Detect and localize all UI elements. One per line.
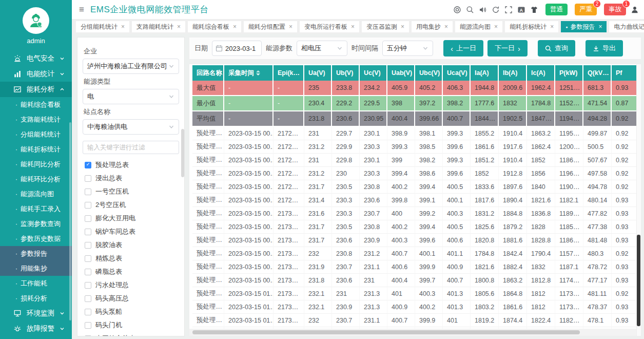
company-select[interactable]: 泸州中海粮油工业有限公司 bbox=[83, 59, 179, 74]
tab-close-icon[interactable]: × bbox=[233, 23, 237, 30]
table-row[interactable]: 预处理…2023-03-15 01…2173…232230.7231.1400.… bbox=[192, 314, 639, 327]
menu-group-电能统计[interactable]: 电能统计 bbox=[0, 66, 72, 82]
query-button[interactable]: 查询 bbox=[538, 40, 575, 56]
menu-group-环境监测[interactable]: 环境监测 bbox=[0, 306, 72, 321]
table-row[interactable]: 预处理…2023-03-15 00…2173…232230.8231.2400.… bbox=[192, 247, 639, 260]
tab-close-icon[interactable]: × bbox=[444, 23, 448, 30]
user-icon[interactable] bbox=[631, 6, 639, 14]
checkbox[interactable] bbox=[85, 295, 91, 302]
sort-caret-icon[interactable] bbox=[256, 70, 260, 76]
table-row[interactable]: 预处理…2023-03-15 00…2173…231.9230.7231.140… bbox=[192, 260, 639, 274]
circuit-item-2号空压机[interactable]: 2号空压机 bbox=[83, 198, 179, 212]
circuit-item-浸出总表[interactable]: 浸出总表 bbox=[83, 172, 179, 185]
tab-close-icon[interactable]: × bbox=[494, 23, 498, 30]
table-row[interactable]: 预处理…2023-03-15 00…2172…231.7230.5230.840… bbox=[192, 180, 639, 194]
table-row[interactable]: 预处理…2023-03-15 00…2172…231.2229.9230.339… bbox=[192, 140, 639, 154]
next-day-button[interactable]: 下一日› bbox=[487, 40, 528, 56]
table-row[interactable]: 预处理…2023-03-15 00…2172…231.4230.3230.639… bbox=[192, 194, 639, 207]
menu-item-能耗折标统计[interactable]: ·能耗折标统计 bbox=[0, 142, 72, 157]
circuit-item-污水处理总[interactable]: 污水处理总 bbox=[83, 278, 179, 292]
menu-item-能耗手工录入[interactable]: ·能耗手工录入 bbox=[0, 201, 72, 216]
tab-参数报告[interactable]: ●参数报告× bbox=[561, 21, 607, 32]
circuit-item-预处理总表[interactable]: 预处理总表 bbox=[83, 158, 179, 172]
alarm-badge-1[interactable]: 普通 bbox=[545, 4, 568, 15]
checkbox[interactable] bbox=[85, 189, 91, 195]
checkbox[interactable] bbox=[85, 282, 91, 289]
checkbox[interactable] bbox=[85, 269, 91, 275]
font-size-icon[interactable]: A bbox=[517, 6, 525, 14]
table-row[interactable]: 预处理…2023-03-15 00…2172…231229.7230.1398.… bbox=[192, 127, 639, 140]
table-row[interactable]: 预处理…2023-03-15 00…2172…231.2230230.3399.… bbox=[192, 167, 639, 180]
table-vertical-scrollbar-track[interactable] bbox=[636, 64, 641, 336]
menu-item-用能集抄[interactable]: ·用能集抄 bbox=[0, 261, 72, 276]
menu-item-分组能耗统计[interactable]: ·分组能耗统计 bbox=[0, 127, 72, 142]
checkbox[interactable] bbox=[85, 215, 91, 222]
checkbox[interactable] bbox=[85, 229, 91, 235]
menu-item-损耗分析[interactable]: ·损耗分析 bbox=[0, 291, 72, 306]
table-row[interactable]: 预处理…2023-03-15 00…2173…231.7230.6230.940… bbox=[192, 234, 639, 247]
circuit-item-膨化大豆用电[interactable]: 膨化大豆用电 bbox=[83, 212, 179, 225]
tab-close-icon[interactable]: × bbox=[351, 23, 355, 30]
table-row[interactable]: 预处理…2023-03-15 00…2173…231.6230.3230.740… bbox=[192, 207, 639, 220]
menu-item-能源流向图[interactable]: ·能源流向图 bbox=[0, 186, 72, 201]
circuit-item-码头泵船[interactable]: 码头泵船 bbox=[83, 305, 179, 318]
menu-item-能耗环比分析[interactable]: ·能耗环比分析 bbox=[0, 172, 72, 186]
circuit-item-码头高压总[interactable]: 码头高压总 bbox=[83, 292, 179, 305]
interval-select[interactable]: 五分钟 bbox=[382, 41, 433, 56]
circuit-filter-input[interactable] bbox=[83, 141, 179, 154]
checkbox[interactable] bbox=[85, 175, 91, 182]
checkbox[interactable] bbox=[85, 162, 91, 168]
tab-close-icon[interactable]: × bbox=[289, 23, 292, 30]
volume-icon[interactable] bbox=[479, 6, 487, 14]
circuit-list-scrollbar[interactable] bbox=[181, 129, 184, 177]
tab-能耗分组配置[interactable]: 能耗分组配置× bbox=[244, 21, 297, 32]
prev-day-button[interactable]: ‹上一日 bbox=[443, 40, 483, 56]
tab-能耗综合看板[interactable]: 能耗综合看板× bbox=[188, 21, 241, 32]
menu-group-电气安全[interactable]: 电气安全 bbox=[0, 51, 72, 66]
alarm-badge-3[interactable]: 事故1 bbox=[604, 4, 626, 15]
checkbox[interactable] bbox=[85, 335, 91, 337]
date-picker[interactable]: 2023-03-1 bbox=[212, 41, 262, 56]
checkbox[interactable] bbox=[85, 242, 91, 249]
circuit-item-精炼总表[interactable]: 精炼总表 bbox=[83, 252, 179, 265]
tab-close-icon[interactable]: × bbox=[121, 23, 125, 30]
tab-close-icon[interactable]: × bbox=[550, 23, 554, 30]
menu-toggle-icon[interactable]: ≡ bbox=[79, 5, 84, 14]
menu-item-支路能耗统计[interactable]: ·支路能耗统计 bbox=[0, 112, 72, 127]
menu-item-工作能耗[interactable]: ·工作能耗 bbox=[0, 276, 72, 291]
menu-item-能耗同比分析[interactable]: ·能耗同比分析 bbox=[0, 157, 72, 172]
menu-item-参数报告[interactable]: ·参数报告 bbox=[0, 246, 72, 261]
menu-item-能耗综合看板[interactable]: ·能耗综合看板 bbox=[0, 97, 72, 112]
sidebar-scrollbar[interactable] bbox=[69, 122, 71, 321]
tab-变压器监测[interactable]: 变压器监测× bbox=[362, 21, 409, 32]
menu-item-参数历史数据[interactable]: ·参数历史数据 bbox=[0, 231, 72, 246]
tab-close-icon[interactable]: × bbox=[177, 23, 181, 30]
checkbox[interactable] bbox=[85, 309, 91, 315]
theme-shirt-icon[interactable] bbox=[530, 6, 538, 14]
circuit-item-锅炉车间总表[interactable]: 锅炉车间总表 bbox=[83, 225, 179, 238]
station-select[interactable]: 中海粮油供电 bbox=[83, 119, 179, 135]
table-horizontal-scrollbar[interactable] bbox=[192, 330, 580, 334]
tab-close-icon[interactable]: × bbox=[401, 23, 404, 30]
search-icon[interactable] bbox=[466, 6, 474, 14]
menu-group-故障报警[interactable]: 故障报警 bbox=[0, 321, 72, 336]
circuit-item-脱胶油表[interactable]: 脱胶油表 bbox=[83, 238, 179, 252]
table-row[interactable]: 预处理…2023-03-15 00…2172…231229.8230.13993… bbox=[192, 154, 639, 167]
param-select[interactable]: 相电压 bbox=[297, 41, 347, 56]
column-header-采集时间[interactable]: 采集时间 bbox=[224, 65, 274, 81]
tab-分组能耗统计[interactable]: 分组能耗统计× bbox=[76, 21, 129, 32]
table-vertical-scrollbar[interactable] bbox=[637, 235, 640, 326]
dashboard-circle-icon[interactable] bbox=[453, 6, 461, 14]
table-row[interactable]: 预处理…2023-03-15 00…2173…231.7230.5230.840… bbox=[192, 220, 639, 234]
tab-close-icon[interactable]: × bbox=[598, 23, 602, 30]
table-row[interactable]: 预处理…2023-03-15 01…2173…232.1230.9231.340… bbox=[192, 300, 639, 314]
tab-能源流向图[interactable]: 能源流向图× bbox=[455, 21, 502, 32]
checkbox[interactable] bbox=[85, 255, 91, 262]
checkbox[interactable] bbox=[85, 202, 91, 209]
menu-item-监测参数查询[interactable]: ·监测参数查询 bbox=[0, 216, 72, 231]
avatar[interactable] bbox=[23, 7, 49, 34]
tab-变电所运行看板[interactable]: 变电所运行看板× bbox=[300, 21, 359, 32]
tab-支路能耗统计[interactable]: 支路能耗统计× bbox=[132, 21, 185, 32]
circuit-item-磷脂总表[interactable]: 磷脂总表 bbox=[83, 265, 179, 278]
table-row[interactable]: 预处理…2023-03-15 01…2173…232.1231231.34014… bbox=[192, 287, 639, 300]
